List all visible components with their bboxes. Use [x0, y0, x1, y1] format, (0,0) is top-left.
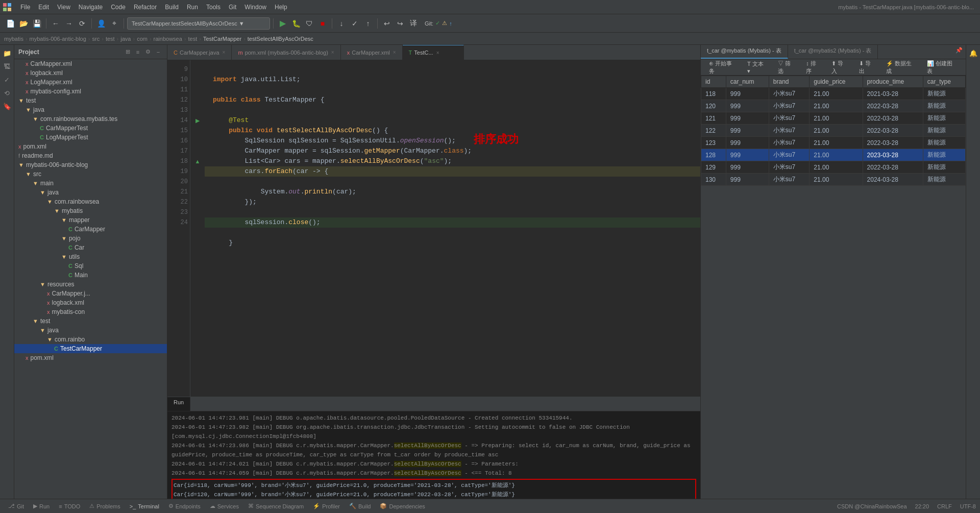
bc-test[interactable]: test: [106, 36, 115, 42]
table-row-0[interactable]: 118999小米su721.002021-03-28新能源: [701, 88, 966, 100]
bc-mybatis[interactable]: mybatis: [4, 36, 23, 42]
tab-carmapper-java[interactable]: C CarMapper.java ×: [167, 45, 232, 60]
code-content[interactable]: import java.util.List; public class Test…: [205, 60, 700, 397]
sidebar-commit-icon[interactable]: ✓: [1, 74, 13, 86]
back-btn[interactable]: ←: [50, 17, 62, 30]
col-produce-time[interactable]: produce_time: [863, 76, 923, 88]
tree-item-6[interactable]: ▼com.rainbowsea.mybatis.tes: [14, 114, 167, 124]
tree-item-24[interactable]: ▼resources: [14, 280, 167, 289]
db-tab-1[interactable]: t_car @mybatis (Mybatis) - 表: [701, 45, 788, 59]
menu-view[interactable]: View: [53, 3, 75, 12]
menu-help[interactable]: Help: [271, 3, 291, 12]
vcs-push-btn[interactable]: ↑: [362, 17, 374, 30]
tree-item-20[interactable]: CCar: [14, 243, 167, 252]
tree-item-3[interactable]: xmybatis-config.xml: [14, 87, 167, 96]
tree-item-8[interactable]: CLogMapperTest: [14, 133, 167, 142]
tab-close-1[interactable]: ×: [223, 50, 226, 55]
bottom-sequence[interactable]: ⌘ Sequence Diagram: [244, 502, 308, 510]
new-file-btn[interactable]: 📄: [4, 17, 16, 30]
menu-navigate[interactable]: Navigate: [75, 3, 107, 12]
tree-item-26[interactable]: xlogback.xml: [14, 298, 167, 307]
bottom-run[interactable]: ▶ Run: [29, 502, 54, 510]
coverage-btn[interactable]: 🛡: [303, 17, 315, 30]
sidebar-bookmark-icon[interactable]: 🔖: [1, 100, 13, 112]
col-brand[interactable]: brand: [769, 76, 810, 88]
bc-project[interactable]: mybatis-006-antic-blog: [30, 36, 86, 42]
console-tab-run[interactable]: Run: [167, 397, 190, 411]
db-tab-pin[interactable]: 📌: [952, 45, 966, 59]
stop-btn[interactable]: ■: [316, 17, 329, 30]
tab-close-3[interactable]: ×: [393, 50, 396, 55]
db-chart[interactable]: 📊 创建图表: [923, 59, 962, 76]
tab-pom-xml[interactable]: m pom.xml (mybatis-006-antic-blog) ×: [232, 45, 340, 60]
table-row-4[interactable]: 123999小米su721.002022-03-28新能源: [701, 137, 966, 149]
gutter-18[interactable]: ▲: [190, 156, 205, 166]
bookmark-btn[interactable]: 👤: [95, 17, 107, 30]
tree-item-15[interactable]: ▼com.rainbowsea: [14, 197, 167, 206]
redo-btn[interactable]: ↪: [394, 17, 406, 30]
collapse-all-btn[interactable]: ≡: [133, 47, 142, 57]
sidebar-structure-icon[interactable]: 🏗: [1, 60, 13, 72]
tree-item-31[interactable]: CTestCarMapper: [14, 344, 167, 353]
tree-item-23[interactable]: CMain: [14, 271, 167, 280]
bc-src[interactable]: src: [92, 36, 100, 42]
sync-btn[interactable]: ⟳: [76, 17, 88, 30]
bottom-todo[interactable]: ≡ TODO: [55, 502, 84, 510]
bottom-build[interactable]: 🔨 Build: [345, 502, 375, 510]
menu-code[interactable]: Code: [107, 3, 130, 12]
bc-rainbowsea[interactable]: rainbowsea: [154, 36, 182, 42]
cursor-btn[interactable]: ⌖: [108, 17, 120, 30]
tree-item-1[interactable]: xlogback.xml: [14, 68, 167, 78]
menu-edit[interactable]: Edit: [34, 3, 53, 12]
col-car-num[interactable]: car_num: [726, 76, 769, 88]
tree-item-10[interactable]: freadme.md: [14, 151, 167, 160]
table-row-2[interactable]: 121999小米su721.002022-03-28新能源: [701, 112, 966, 125]
tree-item-27[interactable]: xmybatis-con: [14, 307, 167, 316]
translate-btn[interactable]: 译: [407, 17, 420, 30]
tree-item-22[interactable]: CSql: [14, 261, 167, 271]
menu-run[interactable]: Run: [183, 3, 202, 12]
menu-window[interactable]: Window: [240, 3, 271, 12]
bc-test2[interactable]: test: [188, 36, 198, 42]
tree-item-18[interactable]: CCarMapper: [14, 225, 167, 234]
bottom-endpoints[interactable]: ⚙ Endpoints: [164, 502, 205, 510]
vcs-commit-btn[interactable]: ✓: [349, 17, 361, 30]
db-tab-2[interactable]: t_car @mybatis2 (Mybatis) - 表: [788, 45, 878, 59]
tree-item-0[interactable]: xCarMapper.xml: [14, 59, 167, 68]
bc-testcarmapper[interactable]: TestCarMapper: [203, 36, 241, 42]
bc-java[interactable]: java: [120, 36, 131, 42]
close-panel-btn[interactable]: −: [154, 47, 163, 57]
bottom-git[interactable]: ⎇ Git: [4, 502, 28, 510]
db-start-transaction[interactable]: ⊕ 开始事务: [705, 59, 741, 76]
tree-item-4[interactable]: ▼test: [14, 96, 167, 105]
table-row-5[interactable]: 128999小米su721.002023-03-28新能源: [701, 149, 966, 161]
run-config-dropdown[interactable]: TestCarMapper.testSelectAllByAscOrDesc ▼: [127, 17, 270, 30]
db-sort[interactable]: ↕ 排序: [802, 59, 825, 76]
tree-item-21[interactable]: ▼utils: [14, 252, 167, 261]
col-car-type[interactable]: car_type: [923, 76, 965, 88]
tree-item-28[interactable]: ▼test: [14, 316, 167, 326]
tree-item-16[interactable]: ▼mybatis: [14, 206, 167, 215]
expand-all-btn[interactable]: ⊞: [123, 47, 132, 57]
debug-btn[interactable]: 🐛: [290, 17, 302, 30]
bc-com[interactable]: com: [137, 36, 148, 42]
bottom-services[interactable]: ☁ Services: [206, 502, 243, 510]
tree-item-30[interactable]: ▼com.rainbo: [14, 335, 167, 344]
bottom-terminal[interactable]: >_ Terminal: [126, 502, 163, 510]
tree-item-32[interactable]: xpom.xml: [14, 353, 167, 362]
tree-item-7[interactable]: CCarMapperTest: [14, 124, 167, 133]
bottom-problems[interactable]: ⚠ Problems: [85, 502, 124, 510]
bottom-profiler[interactable]: ⚡ Profiler: [309, 502, 344, 510]
table-row-3[interactable]: 122999小米su721.002022-03-28新能源: [701, 125, 966, 137]
db-import[interactable]: ⬆ 导入: [827, 59, 852, 76]
tree-item-5[interactable]: ▼java: [14, 105, 167, 114]
tree-item-17[interactable]: ▼mapper: [14, 215, 167, 225]
forward-btn[interactable]: →: [63, 17, 75, 30]
gutter-14[interactable]: ▶: [190, 115, 205, 126]
menu-git[interactable]: Git: [225, 3, 240, 12]
tab-close-2[interactable]: ×: [331, 50, 334, 55]
table-row-6[interactable]: 129999小米su721.002022-03-28新能源: [701, 161, 966, 174]
db-generate[interactable]: ⚡ 数据生成: [882, 59, 921, 76]
bc-method[interactable]: testSelectAllByAscOrDesc: [248, 36, 313, 42]
col-guide-price[interactable]: guide_price: [810, 76, 863, 88]
